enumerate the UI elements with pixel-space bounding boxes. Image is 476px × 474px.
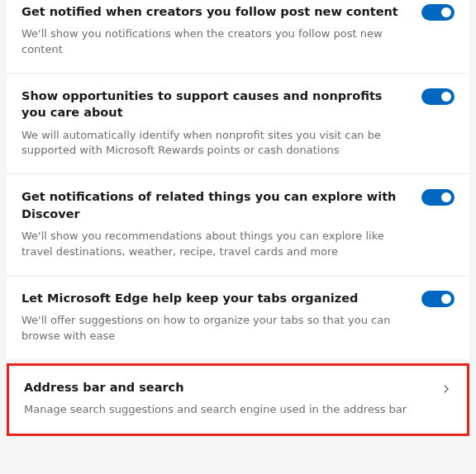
highlight-annotation: Address bar and search Manage search sug… xyxy=(7,363,469,437)
chevron-right-icon xyxy=(440,382,452,398)
toggle-knob xyxy=(441,92,451,102)
setting-description: We'll show you recommendations about thi… xyxy=(21,229,408,260)
toggle-knob xyxy=(441,294,451,304)
settings-list: Get notified when creators you follow po… xyxy=(7,0,469,436)
setting-discover-notifications: Get notifications of related things you … xyxy=(7,175,469,274)
setting-title: Let Microsoft Edge help keep your tabs o… xyxy=(21,290,408,306)
setting-title: Show opportunities to support causes and… xyxy=(21,88,408,121)
setting-description: We will automatically identify when nonp… xyxy=(21,128,408,159)
setting-description: We'll offer suggestions on how to organi… xyxy=(21,313,408,344)
setting-title: Get notified when creators you follow po… xyxy=(21,3,408,20)
toggle-creator-notifications[interactable] xyxy=(421,4,455,21)
setting-nonprofit-support: Show opportunities to support causes and… xyxy=(7,74,469,173)
nav-address-bar-search[interactable]: Address bar and search Manage search sug… xyxy=(9,366,467,434)
toggle-tab-organization[interactable] xyxy=(421,291,455,307)
toggle-nonprofit-support[interactable] xyxy=(421,88,455,105)
toggle-knob xyxy=(441,7,451,17)
toggle-knob xyxy=(441,192,451,202)
nav-title: Address bar and search xyxy=(24,381,427,394)
toggle-discover-notifications[interactable] xyxy=(421,189,455,206)
setting-description: We'll show you notifications when the cr… xyxy=(21,26,408,58)
setting-title: Get notifications of related things you … xyxy=(21,188,408,222)
setting-creator-notifications: Get notified when creators you follow po… xyxy=(7,0,469,73)
nav-description: Manage search suggestions and search eng… xyxy=(24,402,427,418)
setting-tab-organization: Let Microsoft Edge help keep your tabs o… xyxy=(7,277,469,359)
